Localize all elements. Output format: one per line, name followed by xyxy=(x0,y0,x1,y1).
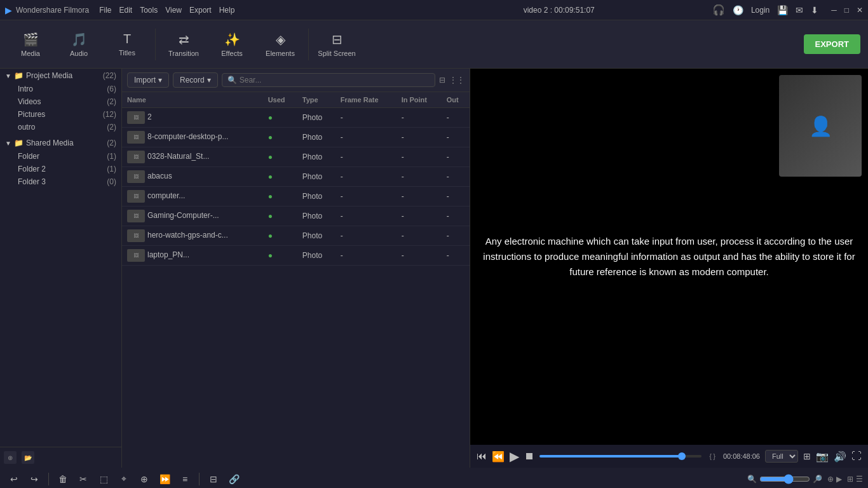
menu-file[interactable]: File xyxy=(99,6,111,15)
project-media-root[interactable]: ▼ 📁 Project Media (22) xyxy=(0,69,121,83)
menu-export[interactable]: Export xyxy=(189,6,212,15)
menu-view[interactable]: View xyxy=(165,6,182,15)
cell-used: ● xyxy=(263,108,297,128)
media-label: Media xyxy=(21,50,40,57)
media-table-row[interactable]: 🖼2 ● Photo - - - xyxy=(122,108,470,128)
login-button[interactable]: Login xyxy=(751,6,770,15)
zoom-out-icon[interactable]: 🔍 xyxy=(747,475,757,484)
clock-icon: 🕐 xyxy=(733,5,743,15)
search-input[interactable] xyxy=(240,76,430,85)
folder3-label: Folder 3 xyxy=(18,177,46,186)
cell-outpoint: - xyxy=(442,167,470,187)
menu-help[interactable]: Help xyxy=(219,6,235,15)
import-dropdown[interactable]: Import ▾ xyxy=(127,72,169,88)
tree-item-folder3[interactable]: Folder 3 (0) xyxy=(0,175,121,188)
view-toggle-icon[interactable]: ⋮⋮ xyxy=(449,76,465,85)
media-table-row[interactable]: 🖼hero-watch-gps-and-c... ● Photo - - - xyxy=(122,226,470,246)
cut-button[interactable]: ✂ xyxy=(74,470,92,488)
split-screen-button[interactable]: ⊟ Split Screen xyxy=(314,24,360,65)
menu-tools[interactable]: Tools xyxy=(140,6,158,15)
close-button[interactable]: ✕ xyxy=(857,6,863,15)
cell-inpoint: - xyxy=(397,167,442,187)
col-name-header[interactable]: Name xyxy=(122,92,263,108)
ripple-button[interactable]: ⊕ xyxy=(135,470,153,488)
maximize-button[interactable]: □ xyxy=(844,6,849,15)
list-view-icon[interactable]: ☰ xyxy=(856,475,863,484)
menu-edit[interactable]: Edit xyxy=(119,6,133,15)
play-button[interactable]: ▶ xyxy=(510,449,519,464)
rewind-button[interactable]: ⏮ xyxy=(477,451,487,462)
file-thumb-icon: 🖼 xyxy=(127,190,145,203)
minimize-button[interactable]: ─ xyxy=(831,6,837,15)
transition-button[interactable]: ⇄ Transition xyxy=(161,24,207,65)
tree-item-videos[interactable]: Videos (2) xyxy=(0,95,121,108)
elements-button[interactable]: ◈ Elements xyxy=(257,24,303,65)
cell-type: Photo xyxy=(297,108,336,128)
used-dot: ● xyxy=(268,152,273,161)
grid-view-icon[interactable]: ⊞ xyxy=(847,475,853,484)
cell-name: 🖼computer... xyxy=(122,187,263,207)
media-table-row[interactable]: 🖼0328-Natural_St... ● Photo - - - xyxy=(122,147,470,167)
volume-button[interactable]: 🔊 xyxy=(834,451,846,463)
fullscreen-button[interactable]: ⛶ xyxy=(851,451,862,462)
col-used-header[interactable]: Used xyxy=(263,92,297,108)
snapshot-button[interactable]: 📷 xyxy=(816,451,829,463)
cell-inpoint: - xyxy=(397,207,442,226)
redo-button[interactable]: ↪ xyxy=(25,470,43,488)
mail-icon[interactable]: ✉ xyxy=(796,5,803,15)
delete-button[interactable]: 🗑 xyxy=(54,470,72,488)
zoom-in-icon[interactable]: 🔎 xyxy=(813,475,822,484)
tree-item-folder2[interactable]: Folder 2 (1) xyxy=(0,163,121,175)
seekbar-handle[interactable] xyxy=(678,452,686,460)
shared-media-root[interactable]: ▼ 📁 Shared Media (2) xyxy=(0,136,121,150)
media-table-row[interactable]: 🖼Gaming-Computer-... ● Photo - - - xyxy=(122,207,470,226)
col-out-header[interactable]: Out xyxy=(442,92,470,108)
cell-framerate: - xyxy=(336,187,397,207)
tree-item-outro[interactable]: outro (2) xyxy=(0,121,121,133)
audio-button[interactable]: 🎵 Audio xyxy=(56,24,102,65)
export-button[interactable]: EXPORT xyxy=(804,34,860,54)
crop-button[interactable]: ⬚ xyxy=(95,470,112,488)
more-button[interactable]: ≡ xyxy=(176,470,194,488)
step-back-button[interactable]: ⏪ xyxy=(492,451,505,463)
zoom-slider[interactable] xyxy=(759,474,810,484)
edit-sep-1 xyxy=(48,473,49,485)
tree-item-folder[interactable]: Folder (1) xyxy=(0,150,121,163)
save-icon[interactable]: 💾 xyxy=(777,5,788,15)
undo-button[interactable]: ↩ xyxy=(5,470,23,488)
stop-button[interactable]: ⏹ xyxy=(524,451,534,462)
record-dropdown[interactable]: Record ▾ xyxy=(173,72,218,88)
col-type-header[interactable]: Type xyxy=(297,92,336,108)
col-inpoint-header[interactable]: In Point xyxy=(397,92,442,108)
search-icon: 🔍 xyxy=(227,76,237,85)
media-button[interactable]: 🎬 Media xyxy=(8,24,53,65)
speed-button[interactable]: ⏩ xyxy=(156,470,173,488)
elements-label: Elements xyxy=(266,50,295,57)
media-table-row[interactable]: 🖼laptop_PN... ● Photo - - - xyxy=(122,246,470,266)
effects-button[interactable]: ✨ Effects xyxy=(209,24,255,65)
link-button[interactable]: 🔗 xyxy=(225,470,243,488)
tree-item-intro[interactable]: Intro (6) xyxy=(0,83,121,95)
quality-select[interactable]: Full xyxy=(765,450,798,463)
new-folder-button[interactable]: ⊕ xyxy=(4,451,17,464)
titles-button[interactable]: T Titles xyxy=(104,24,150,65)
tree-item-pictures[interactable]: Pictures (12) xyxy=(0,108,121,121)
import-folder-button[interactable]: 📂 xyxy=(22,451,34,464)
media-list-panel: Import ▾ Record ▾ 🔍 ⊟ ⋮⋮ Name Used Typ xyxy=(122,69,470,468)
media-table-row[interactable]: 🖼computer... ● Photo - - - xyxy=(122,187,470,207)
zoom-add-icon[interactable]: ⊕ xyxy=(827,475,834,484)
download-icon[interactable]: ⬇ xyxy=(811,5,818,15)
cell-type: Photo xyxy=(297,187,336,207)
split-view-button[interactable]: ⊞ xyxy=(803,451,811,461)
used-dot: ● xyxy=(268,231,273,240)
titles-label: Titles xyxy=(119,49,135,57)
media-table-row[interactable]: 🖼8-computer-desktop-p... ● Photo - - - xyxy=(122,128,470,147)
preview-seekbar[interactable] xyxy=(539,455,702,458)
zoom-button[interactable]: ⌖ xyxy=(115,470,133,488)
media-icon: 🎬 xyxy=(23,32,39,47)
media-table-row[interactable]: 🖼abacus ● Photo - - - xyxy=(122,167,470,187)
filter-icon[interactable]: ⊟ xyxy=(439,76,445,85)
col-framerate-header[interactable]: Frame Rate xyxy=(336,92,397,108)
zoom-right-icon[interactable]: ▶ xyxy=(836,475,842,484)
snap-button[interactable]: ⊟ xyxy=(205,470,222,488)
